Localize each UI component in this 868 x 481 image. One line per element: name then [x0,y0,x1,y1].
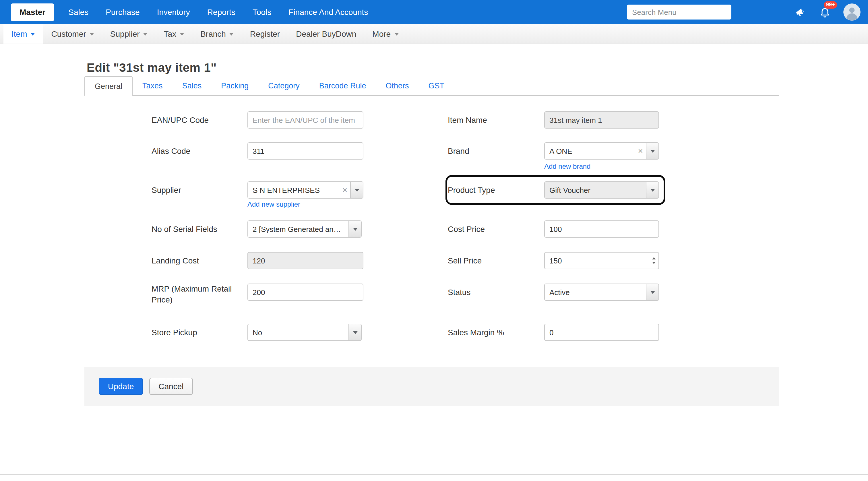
tab-others[interactable]: Others [376,76,418,95]
supplier-combobox[interactable]: S N ENTERPRISES × [247,181,363,199]
ean-upc-code-input[interactable] [247,111,363,129]
store-pickup-value: No [248,328,348,336]
sell-price-field [544,252,659,269]
step-up-icon [652,255,656,259]
status-select[interactable]: Active [544,284,659,301]
tab-barcode-rule[interactable]: Barcode Rule [309,76,376,95]
sub-navigation: Item Customer Supplier Tax Branch Regist… [0,24,868,44]
subnav-item-label: Supplier [110,29,140,38]
add-new-brand-link[interactable]: Add new brand [544,162,590,170]
nav-reports[interactable]: Reports [198,0,244,24]
store-pickup-select[interactable]: No [247,324,362,341]
brand-combobox[interactable]: A ONE × [544,142,659,160]
cancel-button[interactable]: Cancel [149,378,193,395]
tab-packing[interactable]: Packing [211,76,258,95]
subnav-item-register[interactable]: Register [242,24,288,44]
brand-value: A ONE [545,147,635,155]
product-type-select[interactable]: Gift Voucher [544,181,659,199]
number-stepper[interactable] [649,253,658,268]
subnav-item-label: Register [250,29,280,38]
search-input[interactable] [627,5,732,20]
brand-label: Brand [448,142,541,160]
chevron-down-icon [394,33,399,38]
subnav-item-item[interactable]: Item [3,24,43,44]
step-down-icon [652,262,656,266]
viewport: Master Sales Purchase Inventory Reports … [0,0,868,481]
mrp-input[interactable] [247,284,363,301]
ean-upc-code-label: EAN/UPC Code [152,111,245,129]
footer-action-bar: Update Cancel [84,367,779,406]
topbar-right: 99+ [627,3,868,21]
tab-sales[interactable]: Sales [173,76,212,95]
supplier-label: Supplier [152,181,245,199]
chevron-down-icon[interactable] [348,324,361,341]
item-name-input [544,111,659,129]
supplier-value: S N ENTERPRISES [248,186,339,194]
no-of-serial-fields-label: No of Serial Fields [152,220,245,237]
chevron-down-icon[interactable] [348,221,361,237]
topbar: Master Sales Purchase Inventory Reports … [0,0,868,24]
subnav-item-label: More [372,29,391,38]
mrp-label: MRP (Maximum Retail Price) [152,284,238,306]
nav-master[interactable]: Master [11,3,54,21]
announcement-icon[interactable] [795,6,807,19]
chevron-down-icon[interactable] [350,182,363,198]
chevron-down-icon [180,33,184,38]
serial-fields-value: 2 [System Generated and ... [248,225,348,233]
sales-margin-label: Sales Margin % [448,324,541,341]
subnav-item-label: Branch [200,29,226,38]
cost-price-label: Cost Price [448,220,541,237]
chevron-down-icon[interactable] [646,182,658,198]
subnav-item-label: Customer [51,29,86,38]
subnav-item-label: Tax [164,29,177,38]
store-pickup-label: Store Pickup [152,324,245,341]
notification-badge: 99+ [824,1,837,9]
clear-icon[interactable]: × [339,182,350,198]
nav-inventory[interactable]: Inventory [148,0,198,24]
product-type-value: Gift Voucher [545,186,646,194]
subnav-item-label: Dealer BuyDown [296,29,356,38]
chevron-down-icon[interactable] [646,143,658,159]
sales-margin-input[interactable] [544,324,659,341]
product-type-label: Product Type [448,181,541,199]
bottom-divider [0,474,868,475]
status-label: Status [448,284,541,301]
subnav-item-label: Item [11,29,27,38]
subnav-item-tax[interactable]: Tax [156,24,193,44]
chevron-down-icon [90,33,94,38]
app-root: Master Sales Purchase Inventory Reports … [0,0,868,481]
tab-gst[interactable]: GST [418,76,454,95]
tab-taxes[interactable]: Taxes [133,76,173,95]
serial-fields-select[interactable]: 2 [System Generated and ... [247,220,362,237]
chevron-down-icon [143,33,148,38]
cost-price-input[interactable] [544,220,659,237]
nav-purchase[interactable]: Purchase [97,0,148,24]
alias-code-label: Alias Code [152,142,245,160]
top-navigation: Sales Purchase Inventory Reports Tools F… [60,0,377,24]
chevron-down-icon [30,33,35,38]
tab-category[interactable]: Category [258,76,309,95]
landing-cost-input [247,252,363,269]
landing-cost-label: Landing Cost [152,252,245,269]
chevron-down-icon [229,33,234,38]
notification-bell-icon[interactable]: 99+ [818,6,831,19]
page-title: Edit "31st may item 1" [87,61,216,75]
update-button[interactable]: Update [99,378,143,395]
clear-icon[interactable]: × [635,143,646,159]
tab-general[interactable]: General [84,76,133,96]
alias-code-input[interactable] [247,142,363,160]
chevron-down-icon[interactable] [646,284,658,300]
nav-finance-and-accounts[interactable]: Finance And Accounts [280,0,377,24]
subnav-item-supplier[interactable]: Supplier [102,24,156,44]
nav-sales[interactable]: Sales [60,0,97,24]
subnav-item-more[interactable]: More [364,24,407,44]
subnav-item-branch[interactable]: Branch [192,24,242,44]
sell-price-input[interactable] [544,252,659,269]
sell-price-label: Sell Price [448,252,541,269]
avatar[interactable] [843,3,861,21]
item-name-label: Item Name [448,111,541,129]
add-new-supplier-link[interactable]: Add new supplier [247,200,300,209]
subnav-item-customer[interactable]: Customer [43,24,102,44]
subnav-item-dealer-buydown[interactable]: Dealer BuyDown [288,24,364,44]
nav-tools[interactable]: Tools [244,0,280,24]
